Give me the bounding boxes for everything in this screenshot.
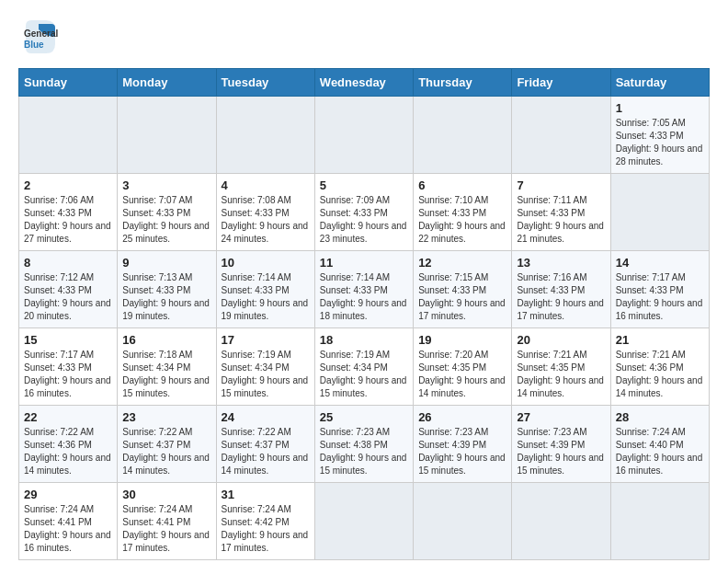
day-info: Sunrise: 7:23 AMSunset: 4:38 PMDaylight:… — [320, 427, 407, 476]
header-cell-wednesday: Wednesday — [314, 69, 413, 97]
day-cell-28: 28Sunrise: 7:24 AMSunset: 4:40 PMDayligh… — [610, 406, 709, 483]
calendar-row-week5: 22Sunrise: 7:22 AMSunset: 4:36 PMDayligh… — [19, 406, 710, 483]
day-number: 24 — [222, 410, 310, 424]
day-info: Sunrise: 7:22 AMSunset: 4:37 PMDaylight:… — [222, 427, 309, 476]
day-number: 10 — [222, 256, 310, 270]
day-info: Sunrise: 7:20 AMSunset: 4:35 PMDaylight:… — [418, 350, 506, 398]
calendar-row-week2: 2Sunrise: 7:06 AMSunset: 4:33 PMDaylight… — [19, 174, 710, 251]
empty-cell — [314, 483, 413, 560]
day-cell-31: 31Sunrise: 7:24 AMSunset: 4:42 PMDayligh… — [216, 483, 314, 560]
calendar-row-week1: 1Sunrise: 7:05 AMSunset: 4:33 PMDaylight… — [19, 97, 710, 174]
day-cell-2: 2Sunrise: 7:06 AMSunset: 4:33 PMDaylight… — [19, 174, 118, 251]
day-cell-9: 9Sunrise: 7:13 AMSunset: 4:33 PMDaylight… — [118, 251, 216, 328]
day-cell-30: 30Sunrise: 7:24 AMSunset: 4:41 PMDayligh… — [118, 483, 216, 560]
day-info: Sunrise: 7:17 AMSunset: 4:33 PMDaylight:… — [24, 350, 111, 398]
day-info: Sunrise: 7:24 AMSunset: 4:42 PMDaylight:… — [222, 504, 309, 553]
day-number: 31 — [222, 488, 310, 501]
day-info: Sunrise: 7:06 AMSunset: 4:33 PMDaylight:… — [24, 195, 111, 244]
header: General Blue — [18, 17, 710, 57]
day-cell-4: 4Sunrise: 7:08 AMSunset: 4:33 PMDaylight… — [216, 174, 314, 251]
svg-text:Blue: Blue — [24, 40, 44, 50]
day-number: 23 — [122, 410, 210, 424]
day-info: Sunrise: 7:08 AMSunset: 4:33 PMDaylight:… — [222, 195, 309, 244]
day-cell-26: 26Sunrise: 7:23 AMSunset: 4:39 PMDayligh… — [414, 406, 512, 483]
calendar-header-row: SundayMondayTuesdayWednesdayThursdayFrid… — [19, 69, 710, 97]
day-number: 27 — [517, 410, 605, 424]
day-number: 14 — [616, 256, 704, 270]
empty-cell — [216, 97, 314, 174]
calendar-table: SundayMondayTuesdayWednesdayThursdayFrid… — [18, 68, 710, 560]
page: General Blue SundayMondayTuesdayWednesda… — [0, 0, 728, 563]
header-cell-sunday: Sunday — [19, 69, 118, 97]
day-cell-18: 18Sunrise: 7:19 AMSunset: 4:34 PMDayligh… — [314, 328, 413, 406]
day-number: 15 — [24, 333, 112, 347]
day-number: 2 — [24, 178, 112, 192]
calendar-row-week3: 8Sunrise: 7:12 AMSunset: 4:33 PMDaylight… — [19, 251, 710, 328]
day-info: Sunrise: 7:17 AMSunset: 4:33 PMDaylight:… — [616, 272, 703, 321]
day-cell-11: 11Sunrise: 7:14 AMSunset: 4:33 PMDayligh… — [314, 251, 413, 328]
day-cell-25: 25Sunrise: 7:23 AMSunset: 4:38 PMDayligh… — [314, 406, 413, 483]
day-info: Sunrise: 7:22 AMSunset: 4:37 PMDaylight:… — [122, 427, 210, 476]
day-info: Sunrise: 7:07 AMSunset: 4:33 PMDaylight:… — [122, 195, 210, 244]
svg-text:General: General — [24, 29, 58, 39]
day-cell-6: 6Sunrise: 7:10 AMSunset: 4:33 PMDaylight… — [414, 174, 512, 251]
day-number: 5 — [320, 178, 408, 192]
day-number: 21 — [616, 333, 704, 347]
day-info: Sunrise: 7:24 AMSunset: 4:41 PMDaylight:… — [122, 504, 210, 553]
day-info: Sunrise: 7:21 AMSunset: 4:35 PMDaylight:… — [517, 350, 604, 398]
day-info: Sunrise: 7:23 AMSunset: 4:39 PMDaylight:… — [517, 427, 604, 476]
logo-icon: General Blue — [18, 17, 59, 57]
empty-cell — [610, 483, 709, 560]
day-number: 18 — [320, 333, 408, 347]
empty-cell — [414, 483, 512, 560]
day-number: 29 — [24, 488, 112, 501]
day-cell-22: 22Sunrise: 7:22 AMSunset: 4:36 PMDayligh… — [19, 406, 118, 483]
header-cell-tuesday: Tuesday — [216, 69, 314, 97]
day-info: Sunrise: 7:09 AMSunset: 4:33 PMDaylight:… — [320, 195, 407, 244]
day-number: 6 — [418, 178, 506, 192]
empty-cell — [512, 97, 610, 174]
day-number: 16 — [122, 333, 210, 347]
day-cell-19: 19Sunrise: 7:20 AMSunset: 4:35 PMDayligh… — [414, 328, 512, 406]
day-info: Sunrise: 7:16 AMSunset: 4:33 PMDaylight:… — [517, 272, 604, 321]
day-cell-21: 21Sunrise: 7:21 AMSunset: 4:36 PMDayligh… — [610, 328, 709, 406]
day-info: Sunrise: 7:05 AMSunset: 4:33 PMDaylight:… — [616, 118, 703, 167]
day-cell-13: 13Sunrise: 7:16 AMSunset: 4:33 PMDayligh… — [512, 251, 610, 328]
header-cell-thursday: Thursday — [414, 69, 512, 97]
day-number: 19 — [418, 333, 506, 347]
day-info: Sunrise: 7:13 AMSunset: 4:33 PMDaylight:… — [122, 272, 210, 321]
day-info: Sunrise: 7:22 AMSunset: 4:36 PMDaylight:… — [24, 427, 111, 476]
calendar-row-week6: 29Sunrise: 7:24 AMSunset: 4:41 PMDayligh… — [19, 483, 710, 560]
day-cell-17: 17Sunrise: 7:19 AMSunset: 4:34 PMDayligh… — [216, 328, 314, 406]
day-cell-20: 20Sunrise: 7:21 AMSunset: 4:35 PMDayligh… — [512, 328, 610, 406]
day-number: 8 — [24, 256, 112, 270]
day-number: 4 — [222, 178, 310, 192]
day-info: Sunrise: 7:15 AMSunset: 4:33 PMDaylight:… — [418, 272, 506, 321]
day-info: Sunrise: 7:11 AMSunset: 4:33 PMDaylight:… — [517, 195, 604, 244]
header-cell-monday: Monday — [118, 69, 216, 97]
header-cell-friday: Friday — [512, 69, 610, 97]
day-cell-16: 16Sunrise: 7:18 AMSunset: 4:34 PMDayligh… — [118, 328, 216, 406]
day-number: 12 — [418, 256, 506, 270]
empty-cell — [314, 97, 413, 174]
day-cell-15: 15Sunrise: 7:17 AMSunset: 4:33 PMDayligh… — [19, 328, 118, 406]
day-info: Sunrise: 7:24 AMSunset: 4:40 PMDaylight:… — [616, 427, 703, 476]
day-number: 30 — [122, 488, 210, 501]
day-number: 28 — [616, 410, 704, 424]
day-cell-3: 3Sunrise: 7:07 AMSunset: 4:33 PMDaylight… — [118, 174, 216, 251]
day-cell-8: 8Sunrise: 7:12 AMSunset: 4:33 PMDaylight… — [19, 251, 118, 328]
day-number: 11 — [320, 256, 408, 270]
day-number: 7 — [517, 178, 605, 192]
day-info: Sunrise: 7:19 AMSunset: 4:34 PMDaylight:… — [320, 350, 407, 398]
day-cell-27: 27Sunrise: 7:23 AMSunset: 4:39 PMDayligh… — [512, 406, 610, 483]
day-info: Sunrise: 7:19 AMSunset: 4:34 PMDaylight:… — [222, 350, 309, 398]
empty-cell — [512, 483, 610, 560]
calendar-body: 1Sunrise: 7:05 AMSunset: 4:33 PMDaylight… — [19, 97, 710, 560]
day-cell-7: 7Sunrise: 7:11 AMSunset: 4:33 PMDaylight… — [512, 174, 610, 251]
header-cell-saturday: Saturday — [610, 69, 709, 97]
empty-cell — [19, 97, 118, 174]
day-cell-14: 14Sunrise: 7:17 AMSunset: 4:33 PMDayligh… — [610, 251, 709, 328]
day-number: 20 — [517, 333, 605, 347]
calendar-row-week4: 15Sunrise: 7:17 AMSunset: 4:33 PMDayligh… — [19, 328, 710, 406]
day-info: Sunrise: 7:14 AMSunset: 4:33 PMDaylight:… — [222, 272, 309, 321]
